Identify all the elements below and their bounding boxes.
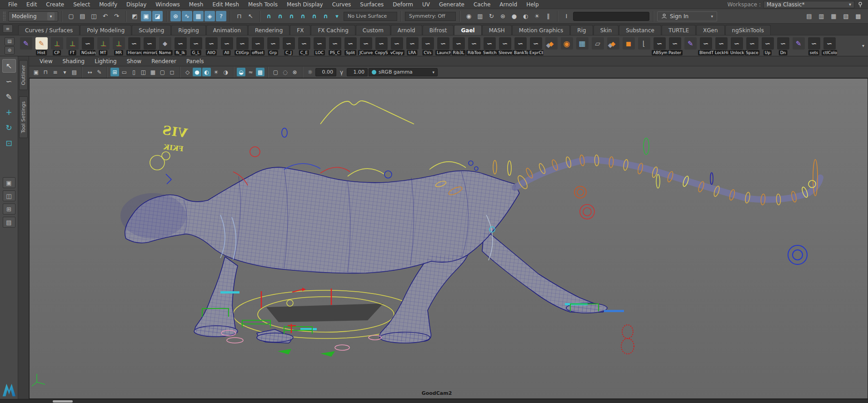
shelf-button[interactable] <box>605 36 621 56</box>
gamma-field[interactable]: 1.00 <box>347 68 368 76</box>
lock-camera-icon[interactable]: ⊓ <box>41 68 50 76</box>
shelf-tab[interactable]: Substance <box>619 25 661 35</box>
workspace-selector[interactable]: Maya Classic* <box>763 1 854 8</box>
select-hierarchy-icon[interactable]: ◩ <box>130 11 140 21</box>
textured-icon[interactable]: ◐ <box>202 68 211 76</box>
shelf-button[interactable]: BankTo <box>513 36 528 56</box>
menu-item[interactable]: Curves <box>328 1 356 8</box>
menu-item[interactable]: Mesh Display <box>282 1 328 8</box>
render-region-icon[interactable]: ▥ <box>475 11 485 21</box>
shelf-button[interactable]: ExprCtl <box>528 36 544 56</box>
shelf-button[interactable] <box>621 36 636 56</box>
shelf-button[interactable]: sets <box>806 36 822 56</box>
shelf-button[interactable]: Launch <box>435 36 451 56</box>
shelf-button[interactable]: G_L <box>188 36 204 56</box>
shelf-button[interactable] <box>559 36 574 56</box>
shelf-tab[interactable]: Skin <box>594 25 619 35</box>
render-view-icon[interactable]: ◉ <box>464 11 474 21</box>
layout-single-pane[interactable]: ▣ <box>3 177 15 188</box>
workspace-pin-icon[interactable] <box>857 1 863 8</box>
ambient-occlusion-icon[interactable]: ◒ <box>237 68 245 76</box>
scale-tool[interactable]: ⊡ <box>2 136 16 150</box>
xray-icon[interactable]: ◌ <box>281 68 289 76</box>
shelf-button[interactable]: C_J <box>281 36 296 56</box>
shelf-button[interactable]: Paster <box>667 36 683 56</box>
panel-menu-item[interactable]: Shading <box>57 58 90 65</box>
shelf-button[interactable]: MT <box>95 36 111 56</box>
shelf-button[interactable]: Unlock <box>729 36 744 56</box>
snap-grid-icon[interactable]: ∩ <box>264 11 274 21</box>
menu-item[interactable]: Edit <box>22 1 41 8</box>
time-slider-handle[interactable] <box>53 400 73 403</box>
time-slider-strip[interactable] <box>0 399 868 403</box>
shelf-button[interactable]: Switch <box>482 36 497 56</box>
paint-select-tool[interactable]: ✎ <box>2 90 16 104</box>
shelf-button[interactable]: JCurve <box>358 36 374 56</box>
smooth-shade-icon[interactable]: ● <box>193 68 201 76</box>
select-tool[interactable]: ↖ <box>2 59 16 73</box>
menu-item[interactable]: UV <box>418 1 434 8</box>
panel-menu-item[interactable]: View <box>35 58 57 65</box>
shelf-tab[interactable]: MASH <box>482 25 512 35</box>
shelf-tab[interactable]: Arnold <box>391 25 422 35</box>
cheetah-wireframe-model[interactable] <box>120 159 820 343</box>
shelf-button[interactable]: Space <box>744 36 760 56</box>
exposure-icon[interactable]: ☼ <box>306 68 314 76</box>
camera-attributes-icon[interactable]: ≡ <box>51 68 60 76</box>
open-scene-icon[interactable]: ▤ <box>77 11 88 21</box>
attribute-editor-toggle-icon[interactable]: ▦ <box>828 11 839 21</box>
menu-item[interactable]: Mesh <box>185 1 208 8</box>
sign-in-button[interactable]: Sign In <box>657 11 717 21</box>
panel-menu-item[interactable]: Panels <box>181 58 209 65</box>
shelf-tab[interactable]: TURTLE <box>662 25 696 35</box>
menu-item[interactable]: Cache <box>469 1 495 8</box>
shelf-button[interactable]: fk_Ik <box>173 36 188 56</box>
quick-input-field[interactable] <box>573 12 649 21</box>
menu-item[interactable]: Windows <box>151 1 185 8</box>
select-object-icon[interactable]: ▣ <box>141 11 151 21</box>
image-plane-icon[interactable]: ▤ <box>70 68 79 76</box>
shelf-tab[interactable]: XGen <box>696 25 725 35</box>
menu-item[interactable]: Display <box>122 1 151 8</box>
quick-input-mode-icon[interactable]: I <box>561 11 572 21</box>
layout-outliner-persp[interactable]: ▤ <box>3 217 15 228</box>
shelf-button[interactable]: ctlColo <box>822 36 837 56</box>
anti-aliasing-icon[interactable]: ▩ <box>256 68 264 76</box>
menu-item[interactable]: Surfaces <box>355 1 388 8</box>
channel-box-toggle-icon[interactable]: ▩ <box>853 11 863 21</box>
shelf-button[interactable]: CP <box>49 36 65 56</box>
render-settings-icon[interactable]: ⊛ <box>498 11 508 21</box>
shelf-button[interactable]: Hierarc <box>126 36 142 56</box>
shelf-tab[interactable]: Sculpting <box>132 25 171 35</box>
layout-two-pane[interactable]: ◫ <box>3 190 15 201</box>
snap-curve-icon[interactable]: ∩ <box>275 11 285 21</box>
viewport-3d[interactable]: VIS FKIK GoodCam2 <box>29 78 868 399</box>
side-controls[interactable] <box>621 245 807 354</box>
shelf-tab[interactable]: Animation <box>206 25 248 35</box>
shelf-button[interactable]: NGskin <box>80 36 95 56</box>
resolution-gate-icon[interactable]: ▯ <box>130 68 138 76</box>
shelf-button[interactable] <box>683 36 698 56</box>
shelf-tab[interactable]: Motion Graphics <box>512 25 570 35</box>
side-panel-tab[interactable]: Outliner <box>19 60 28 90</box>
mask-surfaces-icon[interactable]: ▦ <box>193 11 204 21</box>
undo-icon[interactable]: ↶ <box>100 11 110 21</box>
shelf-button[interactable]: offset <box>250 36 265 56</box>
select-camera-icon[interactable]: ▣ <box>32 68 40 76</box>
lasso-tool[interactable]: ∽ <box>2 75 16 88</box>
mask-curves-icon[interactable]: ∿ <box>182 11 192 21</box>
shelf-button[interactable]: CtlGrp <box>234 36 250 56</box>
menu-item[interactable]: Edit Mesh <box>208 1 244 8</box>
shelf-button[interactable] <box>791 36 806 56</box>
menu-item[interactable]: Select <box>69 1 95 8</box>
shelf-button[interactable]: Up <box>760 36 775 56</box>
pan-zoom-2d-icon[interactable]: ↔ <box>85 68 94 76</box>
shelf-tab[interactable]: Rendering <box>248 25 289 35</box>
shelf-tab[interactable]: Bifrost <box>423 25 454 35</box>
shelf-button[interactable]: SleeveT <box>497 36 513 56</box>
rotate-tool[interactable]: ↻ <box>2 121 16 134</box>
shelf-button[interactable]: LOC <box>312 36 327 56</box>
shelf-tab[interactable]: FX <box>290 25 310 35</box>
hypershade-toggle-icon[interactable]: ▥ <box>816 11 827 21</box>
gate-mask-icon[interactable]: ◫ <box>139 68 148 76</box>
